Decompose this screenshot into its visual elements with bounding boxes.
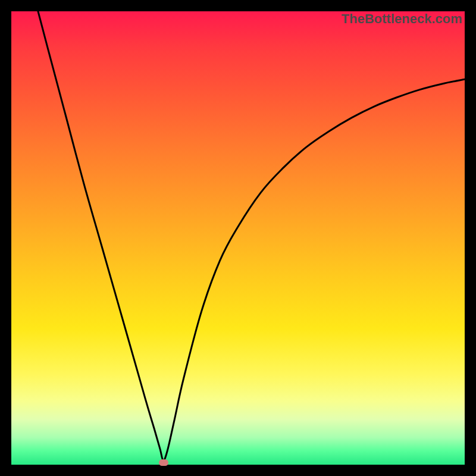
optimum-marker-icon bbox=[159, 459, 168, 466]
chart-frame: TheBottleneck.com bbox=[11, 11, 465, 465]
bottleneck-curve bbox=[11, 11, 465, 465]
